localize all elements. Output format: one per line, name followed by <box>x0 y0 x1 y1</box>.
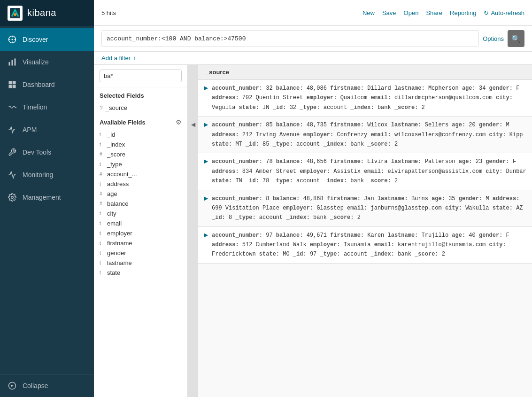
available-fields-header: Available Fields ⚙ <box>100 118 182 126</box>
table-row: ▶ account_number: 32 balance: 48,086 fir… <box>198 80 532 117</box>
available-field-employer[interactable]: temployer <box>100 228 182 238</box>
available-field--score[interactable]: #_score <box>100 149 182 159</box>
field-name-label: lastname <box>107 259 132 266</box>
field-name-label: firstname <box>107 240 132 247</box>
field-type-badge: t <box>100 221 104 226</box>
row-content: account_number: 85 balance: 48,735 first… <box>212 120 526 149</box>
results-list: ▶ account_number: 32 balance: 48,086 fir… <box>198 80 532 264</box>
available-field-email[interactable]: temail <box>100 218 182 228</box>
available-field-address[interactable]: taddress <box>100 179 182 189</box>
new-button[interactable]: New <box>362 9 375 16</box>
wave-icon <box>8 102 17 112</box>
sidebar: kibana Discover Visualize Dashboard Time… <box>0 0 94 397</box>
options-button[interactable]: Options <box>483 35 504 42</box>
logo: kibana <box>0 0 94 26</box>
available-field-lastname[interactable]: tlastname <box>100 258 182 268</box>
sidebar-item-visualize[interactable]: Visualize <box>0 51 94 73</box>
svg-rect-5 <box>12 60 13 66</box>
row-expand-arrow[interactable]: ▶ <box>204 121 208 128</box>
logo-text: kibana <box>27 8 56 18</box>
field-type-badge: t <box>100 270 104 275</box>
search-input[interactable] <box>107 35 474 42</box>
collapse-button[interactable]: Collapse <box>8 381 86 390</box>
row-expand-arrow[interactable]: ▶ <box>204 232 208 238</box>
save-button[interactable]: Save <box>382 9 396 16</box>
field-name-label: age <box>107 190 117 197</box>
table-row: ▶ account_number: 85 balance: 48,735 fir… <box>198 117 532 153</box>
heartbeat-icon <box>8 125 17 134</box>
refresh-icon: ↻ <box>484 9 489 16</box>
field-name-label: email <box>107 220 122 227</box>
svg-rect-6 <box>15 59 16 66</box>
panel-collapse-toggle[interactable]: ◀ <box>188 65 198 397</box>
source-field-name: _source <box>106 104 127 111</box>
field-type-badge: t <box>100 241 104 246</box>
index-selector: ba* <box>94 65 187 87</box>
field-type-badge: t <box>100 211 104 216</box>
collapse-icon <box>8 381 17 390</box>
add-filter-button[interactable]: Add a filter + <box>101 54 136 62</box>
topbar: 5 hits New Save Open Share Reporting ↻ A… <box>94 0 532 26</box>
field-type-badge: t <box>100 260 104 265</box>
index-pattern-select[interactable]: ba* <box>100 70 182 82</box>
available-field-firstname[interactable]: tfirstname <box>100 238 182 248</box>
sidebar-item-devtools[interactable]: Dev Tools <box>0 141 94 163</box>
field-name-label: address <box>107 180 129 187</box>
sidebar-item-discover[interactable]: Discover <box>0 28 94 51</box>
table-row: ▶ account_number: 97 balance: 49,671 fir… <box>198 227 532 264</box>
available-fields-list: t_idt_index#_scoret_type#account_...tadd… <box>100 130 182 278</box>
field-type-badge: t <box>100 162 104 167</box>
available-field--id[interactable]: t_id <box>100 130 182 140</box>
available-field-age[interactable]: #age <box>100 189 182 199</box>
search-submit-button[interactable]: 🔍 <box>508 30 524 47</box>
sidebar-item-apm-label: APM <box>23 126 37 133</box>
activity-icon <box>8 170 17 179</box>
svg-rect-10 <box>13 85 16 88</box>
topbar-actions: New Save Open Share Reporting ↻ Auto-ref… <box>362 9 524 16</box>
field-type-badge: # <box>100 201 104 206</box>
fields-settings-icon[interactable]: ⚙ <box>176 118 182 126</box>
row-expand-arrow[interactable]: ▶ <box>204 158 208 164</box>
sidebar-item-monitoring[interactable]: Monitoring <box>0 163 94 186</box>
reporting-button[interactable]: Reporting <box>450 9 476 16</box>
field-type-badge: t <box>100 142 104 147</box>
sidebar-item-dashboard[interactable]: Dashboard <box>0 73 94 96</box>
auto-refresh-button[interactable]: ↻ Auto-refresh <box>484 9 524 16</box>
filterbar: Add a filter + <box>94 52 532 65</box>
gear-icon <box>8 193 17 202</box>
available-field-city[interactable]: tcity <box>100 209 182 218</box>
sidebar-item-apm[interactable]: APM <box>0 118 94 141</box>
available-field--index[interactable]: t_index <box>100 140 182 149</box>
available-field--type[interactable]: t_type <box>100 159 182 169</box>
available-field-state[interactable]: tstate <box>100 268 182 278</box>
table-row: ▶ account_number: 78 balance: 48,656 fir… <box>198 153 532 190</box>
fields-section: Selected Fields ? _source Available Fiel… <box>94 87 187 282</box>
field-name-label: city <box>107 210 116 217</box>
available-field-gender[interactable]: tgender <box>100 248 182 258</box>
sidebar-item-management[interactable]: Management <box>0 186 94 209</box>
row-expand-arrow[interactable]: ▶ <box>204 195 208 202</box>
field-type-badge: t <box>100 181 104 187</box>
svg-rect-8 <box>13 81 16 85</box>
sidebar-item-devtools-label: Dev Tools <box>23 148 51 156</box>
field-name-label: _type <box>107 161 122 168</box>
searchbar: Options 🔍 <box>94 26 532 52</box>
wrench-icon <box>8 148 17 157</box>
available-fields-title: Available Fields <box>100 119 146 126</box>
available-field-balance[interactable]: #balance <box>100 199 182 209</box>
row-expand-arrow[interactable]: ▶ <box>204 85 208 91</box>
field-name-label: _id <box>107 131 115 138</box>
field-type-badge: t <box>100 231 104 236</box>
open-button[interactable]: Open <box>404 9 419 16</box>
sidebar-item-timelion[interactable]: Timelion <box>0 96 94 118</box>
svg-rect-9 <box>9 85 12 88</box>
auto-refresh-label: Auto-refresh <box>491 9 524 16</box>
search-input-wrap <box>101 30 479 47</box>
svg-point-1 <box>14 13 16 16</box>
sidebar-bottom: Collapse <box>0 374 94 397</box>
available-field-account----[interactable]: #account_... <box>100 169 182 179</box>
results-panel: _source ▶ account_number: 32 balance: 48… <box>198 65 532 397</box>
svg-point-11 <box>11 196 14 199</box>
share-button[interactable]: Share <box>426 9 442 16</box>
row-content: account_number: 78 balance: 48,656 first… <box>212 157 526 186</box>
